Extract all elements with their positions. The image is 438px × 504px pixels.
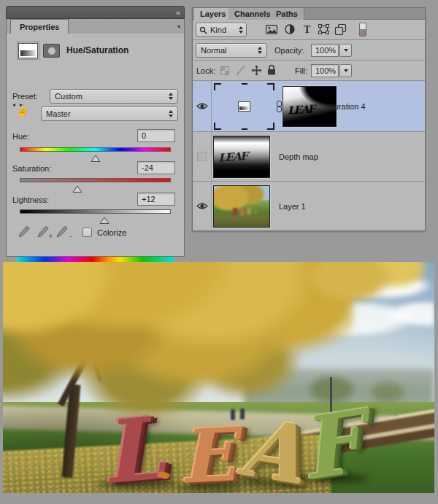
- photo-tree-canopy: [301, 262, 425, 325]
- filter-shape-layers-icon[interactable]: [318, 24, 329, 34]
- saturation-slider-thumb[interactable]: [72, 182, 82, 195]
- panel-header-bar: «: [6, 6, 185, 19]
- lock-row: Lock: Fill: 100%: [193, 61, 425, 81]
- adjustment-title: Hue/Saturation: [66, 45, 128, 55]
- lightness-slider[interactable]: [20, 209, 171, 214]
- preset-dropdown[interactable]: Custom: [50, 89, 178, 104]
- hue-saturation-adjustment-icon: [18, 43, 38, 58]
- mask-properties-icon[interactable]: [43, 44, 60, 58]
- search-icon: [199, 26, 207, 34]
- layers-panel: Layers Channels Paths Kind T Normal Opac…: [192, 7, 426, 231]
- svg-text:T: T: [304, 24, 311, 34]
- layer-row-depth-map[interactable]: LEAF Depth map: [193, 132, 425, 182]
- collapse-to-icons-button[interactable]: «: [176, 8, 180, 17]
- preset-value: Custom: [55, 92, 164, 101]
- layer-row-hue-saturation-4[interactable]: LEAF Hue/Saturation 4: [193, 81, 425, 132]
- panel-menu-icon[interactable]: ▾: [177, 23, 180, 30]
- channel-value: Master: [46, 109, 164, 118]
- visibility-toggle[interactable]: [193, 81, 212, 131]
- fill-dropdown-button[interactable]: [339, 64, 352, 77]
- filter-adjustment-layers-icon[interactable]: [285, 24, 295, 34]
- colorize-checkbox[interactable]: [82, 228, 92, 237]
- photo-leaf-letters: L E A F: [98, 408, 390, 493]
- eyedropper-plus-icon[interactable]: +: [36, 223, 52, 241]
- lightness-label: Lightness:: [12, 195, 49, 204]
- photoshop-workspace: « Properties ▾ Hue/Saturation Preset: Cu…: [0, 0, 438, 504]
- tab-layers[interactable]: Layers: [194, 8, 232, 20]
- lock-transparency-icon[interactable]: [220, 66, 229, 75]
- updown-arrows-icon: [169, 93, 173, 100]
- eyedropper-icon[interactable]: [17, 223, 33, 241]
- hue-slider-thumb[interactable]: [91, 152, 100, 165]
- colorize-label: Colorize: [97, 228, 126, 237]
- preset-label: Preset:: [12, 92, 38, 101]
- eyedropper-minus-icon[interactable]: -: [55, 223, 71, 241]
- layer-thumbnail[interactable]: LEAF: [213, 136, 270, 178]
- opacity-dropdown-button[interactable]: [339, 44, 352, 57]
- layer-name[interactable]: Layer 1: [279, 202, 306, 211]
- mask-link-icon[interactable]: [276, 101, 283, 113]
- layer-name[interactable]: Depth map: [279, 152, 318, 161]
- hue-slider[interactable]: [20, 147, 171, 152]
- visibility-toggle[interactable]: [193, 182, 212, 230]
- lightness-input[interactable]: +12: [137, 193, 175, 206]
- updown-arrows-icon: [258, 47, 262, 54]
- opacity-input[interactable]: 100%: [311, 44, 339, 57]
- letter-l: L: [99, 414, 166, 488]
- layer-filtering-toggle[interactable]: [359, 23, 366, 36]
- lock-label: Lock:: [196, 66, 215, 75]
- layer-filter-row: Kind T: [193, 20, 425, 40]
- blend-mode-value: Normal: [201, 46, 253, 55]
- fill-label: Fill:: [295, 66, 307, 75]
- filter-pixel-layers-icon[interactable]: [266, 25, 277, 34]
- eye-icon: [196, 102, 208, 110]
- saturation-slider[interactable]: [20, 178, 171, 182]
- filter-kind-dropdown[interactable]: Kind: [196, 23, 247, 37]
- layer-mask-thumbnail[interactable]: LEAF: [283, 86, 337, 127]
- tab-paths[interactable]: Paths: [270, 8, 304, 20]
- document-canvas[interactable]: L E A F: [3, 262, 434, 493]
- updown-arrows-icon: [169, 110, 173, 117]
- filter-kind-value: Kind: [210, 26, 234, 34]
- blend-mode-row: Normal Opacity: 100%: [193, 40, 425, 61]
- layer-thumbnail[interactable]: [213, 185, 270, 228]
- saturation-input[interactable]: -24: [137, 161, 175, 174]
- updown-arrows-icon: [239, 26, 243, 34]
- opacity-label: Opacity:: [274, 46, 304, 55]
- saturation-label: Saturation:: [12, 164, 51, 173]
- targeted-adjustment-tool-icon[interactable]: ◂▸ ☝: [12, 104, 36, 123]
- adjustment-layer-thumbnail[interactable]: [238, 101, 250, 112]
- properties-panel: « Properties ▾ Hue/Saturation Preset: Cu…: [6, 6, 185, 257]
- tab-properties[interactable]: Properties: [10, 19, 69, 34]
- hidden-eye-box: [197, 152, 207, 161]
- letter-f: F: [296, 408, 366, 484]
- filter-smart-objects-icon[interactable]: [335, 24, 347, 35]
- photo-bush: [372, 383, 404, 402]
- lock-all-icon[interactable]: [267, 64, 276, 75]
- channel-dropdown[interactable]: Master: [41, 106, 178, 121]
- hue-spectrum-before-bar: [17, 257, 174, 262]
- lock-paint-brush-icon[interactable]: [235, 65, 245, 76]
- layer-row-layer-1[interactable]: Layer 1: [193, 182, 425, 230]
- eye-icon: [196, 202, 208, 210]
- letter-e: E: [178, 425, 237, 486]
- lock-position-move-icon[interactable]: [251, 65, 262, 76]
- filter-type-layers-icon[interactable]: T: [302, 24, 312, 34]
- visibility-toggle[interactable]: [193, 132, 212, 181]
- fill-input[interactable]: 100%: [311, 64, 339, 77]
- properties-body: Hue/Saturation Preset: Custom ◂▸ ☝ Maste…: [6, 34, 185, 257]
- properties-tabstrip: Properties ▾: [6, 19, 185, 34]
- layers-tabstrip: Layers Channels Paths: [193, 8, 425, 20]
- hue-label: Hue:: [12, 132, 29, 141]
- blend-mode-dropdown[interactable]: Normal: [196, 43, 267, 58]
- lightness-slider-thumb[interactable]: [99, 214, 109, 227]
- hue-input[interactable]: 0: [137, 129, 175, 142]
